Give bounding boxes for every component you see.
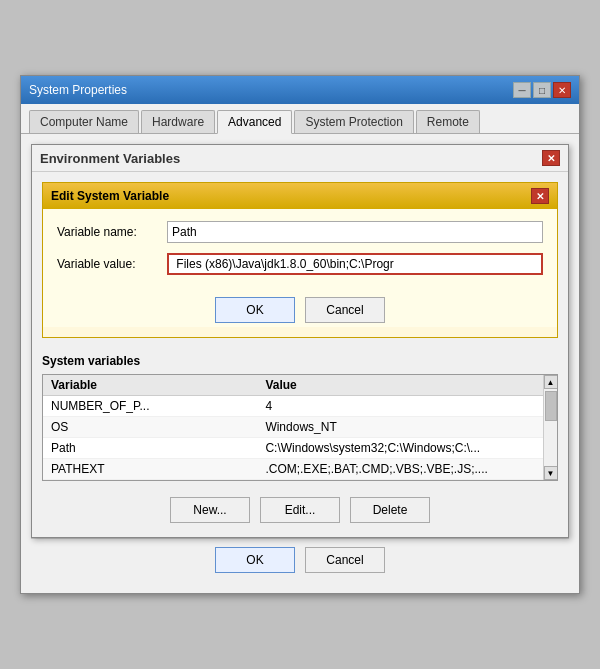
edit-ok-button[interactable]: OK xyxy=(215,297,295,323)
edit-dialog-title-bar: Edit System Variable ✕ xyxy=(43,183,557,209)
var-value: Windows_NT xyxy=(257,417,557,438)
variable-value-input[interactable] xyxy=(167,253,543,275)
main-ok-button[interactable]: OK xyxy=(215,547,295,573)
system-variables-title: System variables xyxy=(42,354,558,368)
main-dialog-buttons: OK Cancel xyxy=(31,538,569,583)
env-vars-title-bar: Environment Variables ✕ xyxy=(32,145,568,172)
tab-system-protection[interactable]: System Protection xyxy=(294,110,413,133)
system-props-window: System Properties ─ □ ✕ Computer Name Ha… xyxy=(20,75,580,594)
edit-dialog-body: Variable name: Variable value: xyxy=(43,209,557,297)
minimize-button[interactable]: ─ xyxy=(513,82,531,98)
env-vars-window: Environment Variables ✕ Edit System Vari… xyxy=(31,144,569,538)
edit-dialog-buttons: OK Cancel xyxy=(43,297,557,327)
var-name: OS xyxy=(43,417,257,438)
table-row[interactable]: OS Windows_NT xyxy=(43,417,557,438)
table-row[interactable]: NUMBER_OF_P... 4 xyxy=(43,396,557,417)
scroll-thumb[interactable] xyxy=(545,391,557,421)
env-vars-title: Environment Variables xyxy=(40,151,180,166)
maximize-button[interactable]: □ xyxy=(533,82,551,98)
edit-dialog-close-button[interactable]: ✕ xyxy=(531,188,549,204)
column-variable: Variable xyxy=(43,375,257,396)
table-row[interactable]: Path C:\Windows\system32;C:\Windows;C:\.… xyxy=(43,438,557,459)
variable-name-label: Variable name: xyxy=(57,225,167,239)
edit-dialog-title: Edit System Variable xyxy=(51,189,169,203)
system-variables-section: System variables Variable Value xyxy=(42,354,558,527)
tab-remote[interactable]: Remote xyxy=(416,110,480,133)
system-variables-table: Variable Value NUMBER_OF_P... 4 xyxy=(43,375,557,480)
column-value: Value xyxy=(257,375,557,396)
env-vars-content: Edit System Variable ✕ Variable name: Va… xyxy=(32,172,568,537)
variable-name-input[interactable] xyxy=(167,221,543,243)
delete-button[interactable]: Delete xyxy=(350,497,430,523)
tabs-container: Computer Name Hardware Advanced System P… xyxy=(21,104,579,134)
var-name: PATHEXT xyxy=(43,459,257,480)
env-vars-close-button[interactable]: ✕ xyxy=(542,150,560,166)
tab-advanced[interactable]: Advanced xyxy=(217,110,292,134)
variable-value-label: Variable value: xyxy=(57,257,167,271)
sys-vars-buttons: New... Edit... Delete xyxy=(42,491,558,527)
new-button[interactable]: New... xyxy=(170,497,250,523)
table-row[interactable]: PATHEXT .COM;.EXE;.BAT;.CMD;.VBS;.VBE;.J… xyxy=(43,459,557,480)
table-header-row: Variable Value xyxy=(43,375,557,396)
scroll-down-arrow[interactable]: ▼ xyxy=(544,466,558,480)
main-cancel-button[interactable]: Cancel xyxy=(305,547,385,573)
system-variables-table-container: Variable Value NUMBER_OF_P... 4 xyxy=(42,374,558,481)
sys-props-content: Environment Variables ✕ Edit System Vari… xyxy=(21,134,579,593)
close-button[interactable]: ✕ xyxy=(553,82,571,98)
scrollbar[interactable]: ▲ ▼ xyxy=(543,375,557,480)
var-name: Path xyxy=(43,438,257,459)
tab-hardware[interactable]: Hardware xyxy=(141,110,215,133)
variable-value-row: Variable value: xyxy=(57,253,543,275)
tab-computer-name[interactable]: Computer Name xyxy=(29,110,139,133)
scroll-up-arrow[interactable]: ▲ xyxy=(544,375,558,389)
edit-cancel-button[interactable]: Cancel xyxy=(305,297,385,323)
title-bar-buttons: ─ □ ✕ xyxy=(513,82,571,98)
title-bar: System Properties ─ □ ✕ xyxy=(21,76,579,104)
edit-button[interactable]: Edit... xyxy=(260,497,340,523)
var-value: C:\Windows\system32;C:\Windows;C:\... xyxy=(257,438,557,459)
var-value: 4 xyxy=(257,396,557,417)
variable-name-row: Variable name: xyxy=(57,221,543,243)
window-title: System Properties xyxy=(29,83,127,97)
var-value: .COM;.EXE;.BAT;.CMD;.VBS;.VBE;.JS;.... xyxy=(257,459,557,480)
edit-system-variable-dialog: Edit System Variable ✕ Variable name: Va… xyxy=(42,182,558,338)
var-name: NUMBER_OF_P... xyxy=(43,396,257,417)
